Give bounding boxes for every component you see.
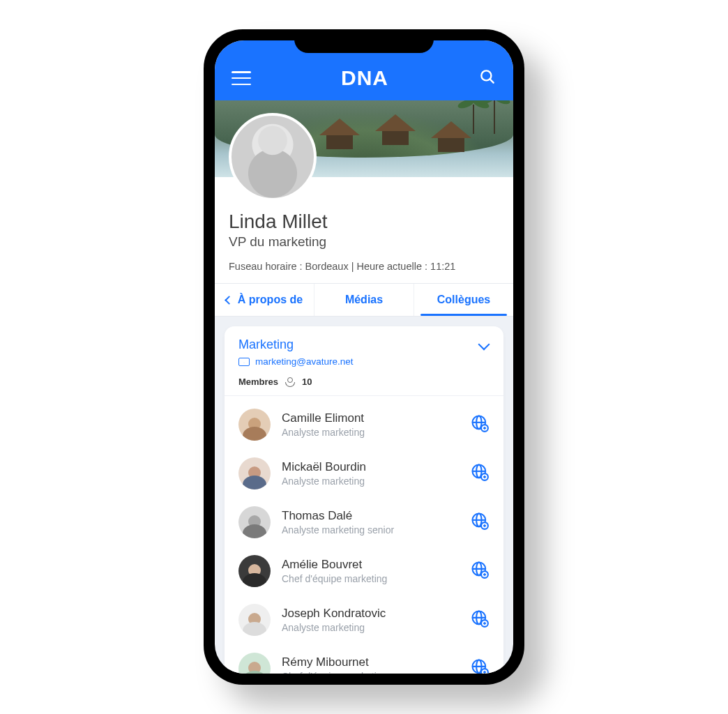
colleague-row[interactable]: Joseph Kondratovic Analyste marketing [238, 595, 490, 644]
profile-timezone: Fuseau horaire : Bordeaux | Heure actuel… [229, 261, 499, 272]
menu-icon[interactable] [232, 71, 251, 85]
members-label: Membres [238, 377, 278, 387]
colleague-role: Analyste marketing senior [282, 524, 459, 536]
avatar [238, 604, 271, 636]
globe-icon[interactable] [470, 560, 490, 582]
colleague-row[interactable]: Camille Elimont Analyste marketing [238, 400, 490, 449]
colleague-row[interactable]: Thomas Dalé Analyste marketing senior [238, 498, 490, 547]
app-screen: DNA Linda Millet VP du marketing Fuseau … [215, 40, 513, 674]
colleague-name: Camille Elimont [282, 411, 459, 425]
search-icon[interactable] [478, 68, 496, 89]
phone-frame: DNA Linda Millet VP du marketing Fuseau … [204, 29, 524, 685]
department-name: Marketing [238, 337, 490, 352]
colleague-role: Analyste marketing [282, 622, 459, 633]
phone-notch [294, 29, 434, 53]
content-area[interactable]: Marketing marketing@avature.net Membres … [215, 317, 513, 674]
colleague-row[interactable]: Rémy Mibournet Chef d'équipe marketing [238, 644, 490, 674]
members-count: 10 [302, 377, 312, 387]
profile-avatar[interactable] [229, 113, 317, 201]
svg-line-1 [490, 79, 493, 82]
colleague-name: Mickaël Bourdin [282, 460, 459, 474]
globe-icon[interactable] [470, 511, 490, 533]
colleague-name: Thomas Dalé [282, 509, 459, 523]
tab-bar: À propos de Médias Collègues [215, 283, 513, 317]
profile-header: Linda Millet VP du marketing Fuseau hora… [215, 177, 513, 283]
department-header[interactable]: Marketing marketing@avature.net Membres … [225, 326, 503, 396]
colleague-row[interactable]: Amélie Bouvret Chef d'équipe marketing [238, 547, 490, 595]
colleague-row[interactable]: Mickaël Bourdin Analyste marketing [238, 449, 490, 498]
tab-about[interactable]: À propos de [215, 284, 314, 316]
colleague-name: Amélie Bouvret [282, 558, 459, 572]
colleague-role: Analyste marketing [282, 476, 459, 487]
avatar [238, 457, 271, 489]
department-card: Marketing marketing@avature.net Membres … [225, 326, 503, 674]
mail-icon [238, 358, 250, 366]
colleague-name: Joseph Kondratovic [282, 607, 459, 621]
person-icon [285, 377, 295, 387]
department-email: marketing@avature.net [255, 356, 354, 367]
department-email-row[interactable]: marketing@avature.net [238, 356, 490, 367]
globe-icon[interactable] [470, 462, 490, 485]
avatar [238, 555, 271, 587]
avatar [238, 409, 271, 441]
profile-role: VP du marketing [229, 234, 499, 250]
colleague-role: Analyste marketing [282, 427, 459, 438]
globe-icon[interactable] [470, 413, 490, 436]
chevron-left-icon [225, 296, 234, 305]
colleague-role: Chef d'équipe marketing [282, 671, 459, 674]
colleague-name: Rémy Mibournet [282, 655, 459, 669]
colleague-role: Chef d'équipe marketing [282, 573, 459, 584]
avatar [238, 653, 271, 674]
colleague-list: Camille Elimont Analyste marketing [225, 396, 503, 674]
tab-media[interactable]: Médias [314, 284, 414, 316]
globe-icon[interactable] [470, 609, 490, 631]
globe-icon[interactable] [470, 658, 490, 674]
members-row: Membres 10 [238, 377, 490, 387]
brand-logo: DNA [341, 66, 388, 90]
avatar [238, 506, 271, 538]
tab-colleagues[interactable]: Collègues [414, 284, 513, 316]
